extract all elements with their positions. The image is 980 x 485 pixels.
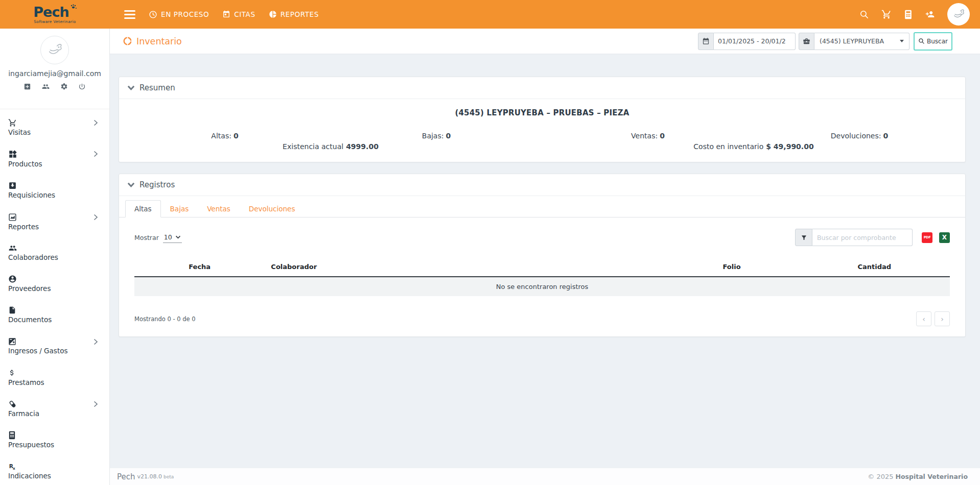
- sidebar-item-ingresos-gastos[interactable]: Ingresos / Gastos: [0, 331, 109, 362]
- export-excel-button[interactable]: X: [939, 232, 950, 243]
- next-page-button[interactable]: ›: [935, 311, 950, 326]
- registros-table: Fecha Colaborador Folio Cantidad No se e…: [134, 257, 950, 296]
- export-pdf-button[interactable]: PDF: [922, 232, 932, 243]
- chevron-down-icon: [127, 85, 135, 91]
- sidebar-item-indicaciones[interactable]: RxIndicaciones: [0, 456, 109, 485]
- sidebar-item-requisiciones[interactable]: Requisiciones: [0, 175, 109, 206]
- col-colaborador: Colaborador: [265, 257, 664, 277]
- stat-devoluciones: Devoluciones:0: [754, 132, 965, 140]
- product-select[interactable]: (4545) LEYPRUYEBA: [814, 33, 909, 50]
- calendar-icon: [702, 37, 710, 45]
- empty-row: No se encontraron registros: [134, 277, 950, 296]
- prev-page-button[interactable]: ‹: [916, 311, 931, 326]
- sidebar-item-farmacia[interactable]: Farmacia: [0, 394, 109, 425]
- buscar-button[interactable]: Buscar: [914, 32, 952, 51]
- resumen-header[interactable]: Resumen: [119, 77, 965, 99]
- calendar-icon: [222, 10, 230, 18]
- tab-ventas[interactable]: Ventas: [198, 200, 240, 217]
- nav-citas[interactable]: CITAS: [222, 10, 255, 18]
- add-box-icon[interactable]: [24, 83, 31, 90]
- page-size-select[interactable]: 10: [163, 232, 182, 243]
- cart-icon[interactable]: [881, 9, 892, 19]
- chevron-right-icon: [94, 401, 103, 407]
- sidebar-item-reportes[interactable]: Reportes: [0, 207, 109, 238]
- hamburger-menu-icon[interactable]: [124, 10, 135, 19]
- profile-avatar[interactable]: [40, 36, 69, 64]
- col-fecha: Fecha: [134, 257, 265, 277]
- comprobante-search-input[interactable]: [812, 229, 913, 246]
- cubes-icon: [8, 150, 17, 159]
- cart-icon: [8, 118, 17, 127]
- svg-text:x: x: [13, 466, 15, 471]
- registros-tabs: Altas Bajas Ventas Devoluciones: [119, 196, 965, 217]
- chevron-right-icon: [94, 338, 103, 345]
- sidebar-item-documentos[interactable]: Documentos: [0, 300, 109, 331]
- registros-header[interactable]: Registros: [119, 174, 965, 196]
- date-range-button[interactable]: [698, 33, 714, 50]
- stat-ventas: Ventas:0: [542, 132, 754, 140]
- sidebar-item-productos[interactable]: Productos: [0, 143, 109, 175]
- dollar-icon: [8, 368, 16, 377]
- chevron-right-icon: [94, 119, 103, 126]
- chevron-right-icon: [94, 214, 103, 221]
- resumen-card: Resumen (4545) LEYPRUYEBA – PRUEBAS – PI…: [119, 77, 966, 162]
- nav-reportes[interactable]: REPORTES: [269, 10, 319, 18]
- donut-chart-icon: [123, 36, 132, 46]
- tab-altas[interactable]: Altas: [125, 200, 161, 217]
- tab-bajas[interactable]: Bajas: [161, 200, 198, 217]
- calculator-icon: [8, 431, 16, 440]
- groups-icon[interactable]: [41, 83, 50, 90]
- sidebar-item-presupuestos[interactable]: Presupuestos: [0, 425, 109, 456]
- search-icon[interactable]: [859, 10, 869, 19]
- nav-en-proceso[interactable]: EN PROCESO: [149, 10, 209, 19]
- caret-down-icon: [900, 40, 904, 42]
- clock-icon: [149, 10, 157, 19]
- person-add-icon[interactable]: [925, 10, 935, 19]
- user-email: ingarciamejia@gmail.com: [0, 69, 109, 78]
- pill-icon: [8, 400, 17, 408]
- sidebar-item-prestamos[interactable]: Prestamos: [0, 362, 109, 394]
- sidebar: ingarciamejia@gmail.com Visitas: [0, 29, 110, 485]
- paw-icon: [70, 4, 77, 10]
- footer-copyright: © 2025Hospital Veterinario: [868, 473, 968, 480]
- sidebar-menu: Visitas Productos Requisiciones Reportes…: [0, 112, 109, 485]
- page-title: Inventario: [123, 36, 182, 46]
- power-icon[interactable]: [78, 83, 86, 90]
- gear-icon[interactable]: [60, 83, 68, 90]
- registros-card: Registros Altas Bajas Ventas Devolucione…: [119, 174, 966, 337]
- filter-button[interactable]: [795, 229, 812, 246]
- footer-app-name: Pech: [117, 472, 135, 481]
- people-icon: [8, 244, 17, 252]
- app-logo[interactable]: Pech Software Veterinario: [0, 5, 110, 24]
- calculator-icon[interactable]: [904, 10, 913, 19]
- logo-subtitle: Software Veterinario: [34, 19, 76, 24]
- chevron-down-icon: [127, 182, 135, 188]
- search-icon: [918, 38, 925, 44]
- title-bar: Inventario (4545) LEYPRUYEBA: [110, 29, 980, 54]
- product-button[interactable]: [799, 33, 814, 50]
- footer-version: v21.08.0: [137, 473, 162, 480]
- product-summary-line: (4545) LEYPRUYEBA – PRUEBAS – PIEZA: [119, 108, 965, 117]
- stat-bajas: Bajas:0: [331, 132, 542, 140]
- top-header: Pech Software Veterinario EN PROCESO CIT…: [0, 0, 980, 29]
- ledger-icon: [8, 337, 16, 346]
- col-folio: Folio: [664, 257, 799, 277]
- sidebar-item-visitas[interactable]: Visitas: [0, 112, 109, 143]
- tab-devoluciones[interactable]: Devoluciones: [240, 200, 305, 217]
- sidebar-item-proveedores[interactable]: Proveedores: [0, 269, 109, 300]
- stat-altas: Altas:0: [119, 132, 331, 140]
- pie-chart-icon: [269, 10, 277, 18]
- logo-text: Pech: [33, 5, 68, 19]
- funnel-icon: [801, 234, 807, 241]
- user-avatar[interactable]: [947, 3, 970, 26]
- briefcase-icon: [803, 37, 810, 45]
- sidebar-item-colaboradores[interactable]: Colaboradores: [0, 238, 109, 269]
- rx-icon: Rx: [8, 463, 17, 471]
- date-range-input[interactable]: [714, 33, 796, 50]
- chart-icon: [8, 213, 17, 222]
- footer-stage: beta: [164, 474, 174, 479]
- pagination-summary: Mostrando 0 - 0 de 0: [134, 316, 196, 323]
- document-icon: [8, 306, 16, 314]
- existencia-actual: Existencia actual4999.00: [119, 142, 542, 151]
- chevron-right-icon: [94, 151, 103, 157]
